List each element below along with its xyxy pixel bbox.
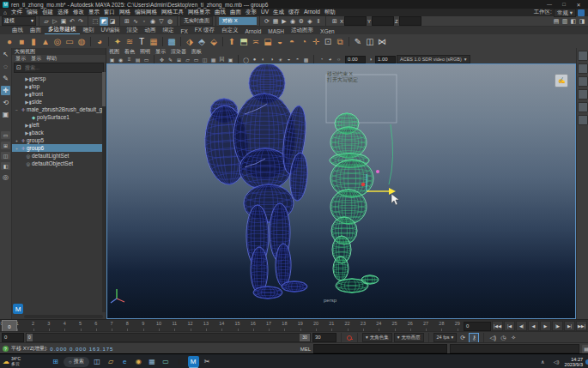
save-scene-icon[interactable]: ▣ — [59, 17, 68, 26]
extrude-icon[interactable]: ⬆ — [226, 36, 238, 48]
snap-grid-icon[interactable]: ⊞ — [123, 17, 131, 26]
poke-icon[interactable]: ✛ — [310, 36, 322, 48]
bridge-icon[interactable]: ≍ — [250, 36, 262, 48]
pan-zoom-icon[interactable]: ✥ — [158, 56, 166, 63]
layout-two-pane-icon[interactable]: ◫ — [1, 152, 10, 160]
ipr-render-icon[interactable]: ◉ — [288, 17, 297, 26]
duplicate-icon[interactable]: ⧉ — [334, 36, 346, 48]
select-tool-icon[interactable]: ↖ — [1, 50, 10, 59]
menu-显示[interactable]: 显示 — [88, 9, 100, 16]
frame-tick-7[interactable]: 7 — [104, 321, 119, 326]
snap-curve-icon[interactable]: ∿ — [131, 17, 140, 26]
animation-preferences-icon[interactable]: ◷ — [499, 334, 507, 342]
play-forwards-button[interactable]: ▶ — [540, 321, 551, 331]
gate-mask-icon[interactable]: ◫ — [201, 56, 209, 63]
animation-end-field[interactable]: 30 — [312, 333, 336, 342]
y-input[interactable] — [372, 16, 394, 26]
outliner-item-group5[interactable]: +✛group5 — [12, 136, 106, 144]
taskbar-clock[interactable]: 14:27 2023/9/3 — [565, 357, 583, 367]
poly-plane-icon[interactable]: ▭ — [64, 36, 76, 48]
workspace-selector[interactable]: 工作区: 常规 ▾ — [534, 9, 585, 17]
minimize-button[interactable]: — — [543, 2, 556, 8]
snip-tool-icon[interactable]: ✂ — [202, 356, 213, 367]
layout-four-pane-icon[interactable]: ⊞ — [1, 142, 10, 149]
lasso-tool-icon[interactable]: ◌ — [1, 62, 10, 71]
expander-icon[interactable]: + — [14, 138, 20, 143]
xray-icon[interactable]: ◕ — [326, 56, 334, 63]
outliner-item-male_zbrush2Brush_default_group[interactable]: −✛male_zbrush2Brush_default_group — [12, 106, 106, 113]
menu-编辑[interactable]: 编辑 — [27, 9, 38, 16]
anti-alias-icon[interactable]: ▩ — [302, 56, 310, 63]
render-settings-icon[interactable]: ⚙ — [297, 17, 306, 26]
poly-disc-icon[interactable]: ◍ — [76, 36, 88, 48]
snap-point-icon[interactable]: ◦ — [140, 17, 149, 26]
shelf-tab-动画[interactable]: 动画 — [142, 27, 160, 34]
type-tool-icon[interactable]: T — [136, 36, 148, 48]
outliner-item-polySurface1[interactable]: ◆polySurface1 — [12, 113, 106, 121]
tool-settings-tab[interactable] — [578, 76, 588, 87]
outliner-item-side[interactable]: ▶▮side — [12, 98, 106, 106]
combine-icon[interactable]: ⬘ — [196, 36, 208, 48]
grease-pencil-icon[interactable]: ✎ — [167, 56, 174, 63]
shelf-tab-多边形建模[interactable]: 多边形建模 — [45, 26, 80, 34]
textured-icon[interactable]: ◐ — [259, 56, 267, 63]
frame-tick-11[interactable]: 11 — [167, 321, 182, 326]
frame-tick-20[interactable]: 20 — [308, 321, 324, 326]
grid-toggle-icon[interactable]: ⊞ — [175, 56, 183, 63]
target-weld-icon[interactable]: ⋈ — [376, 36, 388, 48]
step-back-frame-button[interactable]: |◀ — [504, 321, 515, 331]
frame-tick-10[interactable]: 10 — [151, 321, 167, 326]
make-live-icon[interactable]: ◍ — [166, 17, 174, 26]
paint-select-tool-icon[interactable]: ✎ — [1, 74, 10, 83]
character-set-dropdown[interactable]: ▾无角色集 — [362, 333, 392, 342]
safe-title-icon[interactable]: ▣ — [227, 56, 234, 63]
menu-Arnold[interactable]: Arnold — [304, 9, 320, 16]
channel-box-tab[interactable] — [578, 51, 588, 61]
exposure-field[interactable]: 0.00 — [345, 56, 366, 63]
current-frame-field[interactable]: 0 — [464, 322, 491, 331]
outliner-item-group6[interactable]: +✛group6 — [12, 144, 106, 152]
frame-tick-28[interactable]: 28 — [433, 321, 449, 326]
scale-tool-icon[interactable]: ▣ — [1, 110, 10, 119]
select-object-icon[interactable]: ◩ — [100, 17, 108, 26]
outliner-item-persp[interactable]: ▶▮persp — [12, 75, 106, 82]
bevel-icon[interactable]: ⬒ — [238, 36, 250, 48]
menu-创建[interactable]: 创建 — [42, 9, 53, 16]
frame-tick-6[interactable]: 6 — [88, 321, 104, 326]
redo-icon[interactable]: ↷ — [76, 17, 85, 26]
camera-attributes-icon[interactable]: ≡ — [125, 56, 133, 63]
shelf-tab-FX[interactable]: FX — [178, 28, 191, 34]
outliner-menu-1[interactable]: 显示 — [31, 55, 41, 63]
frame-tick-15[interactable]: 15 — [230, 321, 246, 326]
use-default-material-icon[interactable]: ◑ — [268, 56, 276, 63]
menu-文件[interactable]: 文件 — [11, 9, 22, 16]
frame-tick-19[interactable]: 19 — [293, 321, 308, 326]
range-slider-track[interactable]: 0 30 — [26, 333, 311, 342]
boolean-icon[interactable]: ⬗ — [184, 36, 196, 48]
go-to-end-button[interactable]: ▶▶| — [576, 321, 587, 331]
select-hierarchy-icon[interactable]: ⬚ — [91, 17, 100, 26]
animation-start-field[interactable]: 0 — [2, 333, 24, 342]
menu-帮助[interactable]: 帮助 — [324, 9, 336, 16]
outliner-menu-2[interactable]: 帮助 — [46, 55, 57, 63]
shelf-tab-FX 缓存[interactable]: FX 缓存 — [191, 27, 218, 34]
poly-sphere-icon[interactable]: ● — [3, 36, 15, 48]
play-backwards-button[interactable]: ◀ — [528, 321, 539, 331]
frame-tick-14[interactable]: 14 — [214, 321, 229, 326]
construction-plane-icon[interactable]: ▦ — [148, 36, 160, 48]
x-input[interactable] — [344, 16, 367, 26]
mail-icon[interactable]: ▭ — [161, 356, 172, 367]
open-render-view-icon[interactable]: ▦ — [271, 17, 280, 26]
outliner-menu-0[interactable]: 显示 — [15, 55, 26, 63]
humanik-tab[interactable] — [578, 102, 588, 112]
absolute-transform-icon[interactable]: ⊞ — [330, 17, 339, 26]
lights-icon[interactable]: ☀ — [276, 56, 284, 63]
maya-taskbar-icon[interactable]: M — [188, 356, 199, 367]
close-button[interactable]: ✕ — [572, 2, 585, 8]
modeling-toolkit-tab[interactable] — [578, 89, 588, 100]
symmetry-field[interactable]: 对称 X — [219, 17, 257, 25]
menu-网格[interactable]: 网格 — [119, 9, 130, 16]
menu-生成[interactable]: 生成 — [273, 9, 284, 16]
expander-icon[interactable]: − — [14, 107, 20, 112]
view-transform-dropdown[interactable]: ACES 1.0 SDR video (sRGB) ▾ — [397, 55, 470, 63]
